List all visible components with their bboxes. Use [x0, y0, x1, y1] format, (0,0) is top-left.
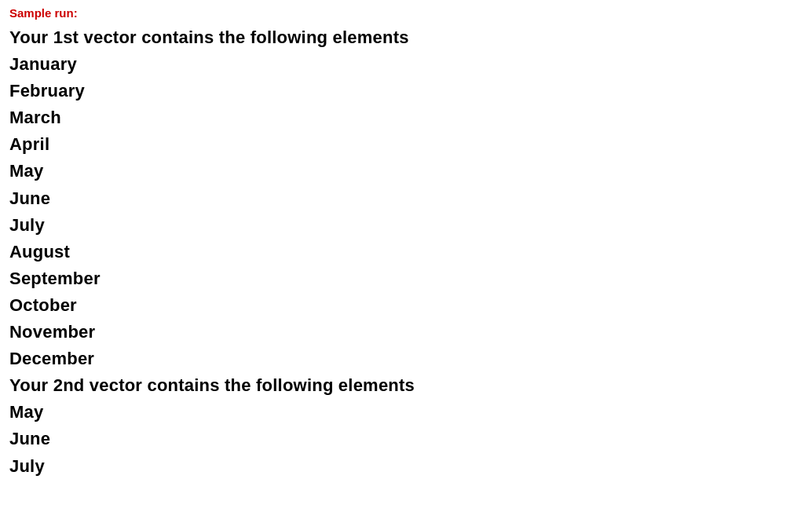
output-line: October — [9, 292, 803, 319]
output-line: July — [9, 212, 803, 239]
output-line: March — [9, 104, 803, 131]
output-line: Your 2nd vector contains the following e… — [9, 372, 803, 399]
output-line: November — [9, 319, 803, 346]
output-line: Your 1st vector contains the following e… — [9, 24, 803, 51]
output-line: April — [9, 131, 803, 158]
output-container: Your 1st vector contains the following e… — [9, 24, 803, 480]
output-line: September — [9, 265, 803, 292]
output-line: June — [9, 426, 803, 452]
output-line: January — [9, 51, 803, 78]
output-line: May — [9, 399, 803, 426]
output-line: June — [9, 185, 803, 212]
output-line: August — [9, 239, 803, 265]
output-line: December — [9, 346, 803, 372]
output-line: May — [9, 158, 803, 185]
sample-run-label: Sample run: — [9, 6, 803, 20]
output-line: February — [9, 78, 803, 104]
output-line: July — [9, 453, 803, 480]
